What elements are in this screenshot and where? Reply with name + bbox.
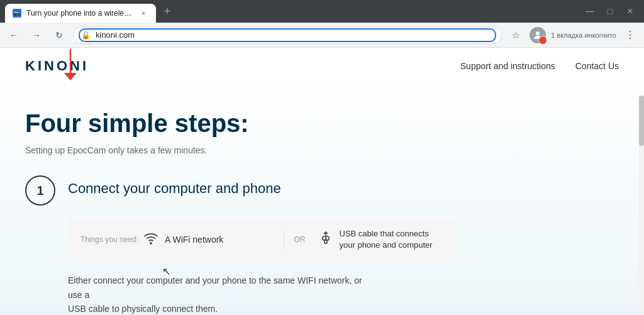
site-logo: KINONI: [25, 58, 89, 74]
scrollbar-thumb[interactable]: [639, 96, 644, 146]
wifi-label: A WiFi network: [165, 235, 223, 245]
site-navigation: KINONI Support and instructions Contact …: [0, 48, 644, 84]
minimize-button[interactable]: ─: [581, 3, 599, 20]
maximize-button[interactable]: □: [601, 3, 619, 20]
svg-marker-2: [64, 73, 77, 80]
wifi-section: A WiFi network: [143, 231, 284, 249]
close-window-button[interactable]: ×: [621, 3, 639, 20]
active-tab[interactable]: 📷 Turn your phone into a wireless... ×: [5, 4, 156, 23]
site-main: Four simple steps: Setting up EpocCam on…: [0, 84, 644, 315]
website-content: KINONI Support and instructions Contact …: [0, 48, 644, 315]
reload-button[interactable]: ↻: [50, 26, 68, 44]
more-options-icon: ⋮: [625, 29, 636, 41]
step-1-title: Connect your computer and phone: [68, 175, 281, 197]
back-icon: ←: [9, 30, 18, 40]
scrollbar[interactable]: [639, 96, 644, 315]
step-1-container: 1 Connect your computer and phone: [25, 175, 619, 206]
tab-favicon: 📷: [13, 9, 21, 18]
menu-button[interactable]: ⋮: [621, 26, 639, 44]
tab-close-button[interactable]: ×: [138, 8, 148, 18]
url-text: kinoni.com: [96, 30, 135, 40]
connection-desc-line1: Either connect your computer and your ph…: [68, 275, 362, 299]
contact-us-link[interactable]: Contact Us: [575, 61, 619, 71]
usb-label: USB cable that connects your phone and c…: [340, 228, 446, 251]
window-controls: ─ □ ×: [581, 3, 639, 20]
site-nav-links: Support and instructions Contact Us: [460, 61, 619, 71]
star-icon: ☆: [512, 30, 520, 40]
main-subtitle: Setting up EpocCam only takes a few minu…: [25, 145, 619, 155]
address-bar[interactable]: 🔒 kinoni.com: [73, 26, 502, 44]
usb-section: USB cable that connects your phone and c…: [316, 228, 446, 251]
forward-icon: →: [32, 30, 41, 40]
back-button[interactable]: ←: [5, 26, 23, 44]
notification-dot: [538, 36, 547, 45]
browser-toolbar: ← → ↻ 🔒 kinoni.com ☆ 1 вкладка инкогни: [0, 23, 644, 48]
new-tab-button[interactable]: +: [158, 3, 176, 20]
things-you-need-box: Things you need: A WiFi network OR: [68, 218, 458, 261]
bookmark-star-button[interactable]: ☆: [507, 26, 525, 44]
connection-description: Either connect your computer and your ph…: [68, 274, 370, 315]
profile-wrapper: [530, 27, 546, 43]
things-label: Things you need:: [80, 235, 143, 244]
lock-icon: 🔒: [81, 31, 91, 40]
or-separator: OR: [284, 235, 316, 244]
browser-titlebar: 📷 Turn your phone into a wireless... × +…: [0, 0, 644, 23]
step-1-number: 1: [25, 175, 55, 206]
svg-point-0: [536, 31, 540, 35]
forward-button[interactable]: →: [28, 26, 45, 44]
wifi-icon: [143, 231, 158, 249]
profile-label: 1 вкладка инкогнито: [551, 31, 616, 39]
red-arrow-indicator: [64, 49, 77, 83]
browser-frame: 📷 Turn your phone into a wireless... × +…: [0, 0, 644, 315]
tab-bar: 📷 Turn your phone into a wireless... × +: [5, 0, 581, 23]
address-bar-highlight: [79, 28, 496, 42]
support-instructions-link[interactable]: Support and instructions: [460, 61, 555, 71]
main-heading: Four simple steps:: [25, 109, 619, 138]
tab-title: Turn your phone into a wireless...: [26, 9, 133, 18]
reload-icon: ↻: [55, 30, 63, 40]
usb-icon: [318, 231, 333, 249]
svg-point-3: [150, 243, 152, 244]
connection-desc-line2: USB cable to physically connect them.: [68, 304, 218, 314]
